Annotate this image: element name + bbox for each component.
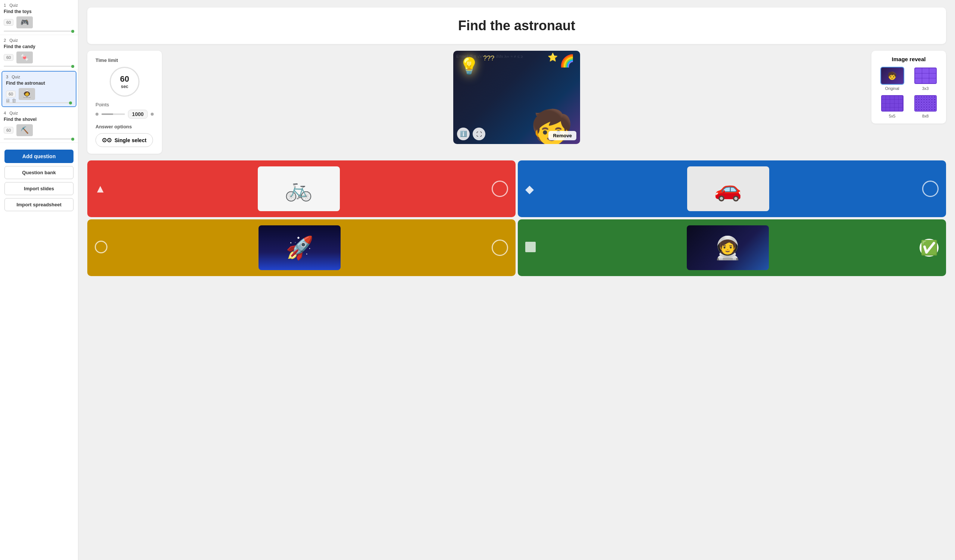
- reveal-3x3-box: [914, 67, 938, 85]
- quiz-item-points-2: 60: [4, 54, 13, 61]
- monitor-icon-3[interactable]: 🖥: [5, 98, 10, 103]
- answer-card-c[interactable]: 🚀: [87, 219, 515, 276]
- question-title: Find the astronaut: [99, 18, 934, 34]
- answer-img-c: 🚀: [286, 235, 314, 261]
- quiz-item-thumb-1: 60 🎮: [4, 16, 74, 28]
- reveal-8x8[interactable]: 8x8: [911, 94, 940, 118]
- answer-options-label: Answer options: [96, 124, 154, 130]
- reveal-8x8-box: [914, 94, 938, 112]
- import-slides-button[interactable]: Import slides: [5, 182, 74, 195]
- question-title-box: Find the astronaut: [87, 8, 946, 44]
- points-slider[interactable]: [102, 113, 125, 115]
- answer-img-wrap-d: 🧑‍🚀: [687, 225, 769, 270]
- single-select-icon: ⊙⊙: [102, 136, 111, 144]
- reveal-5x5[interactable]: 5x5: [877, 94, 907, 118]
- answer-shape-b: ◆: [525, 183, 534, 196]
- image-info-button[interactable]: ℹ️: [457, 128, 470, 140]
- slider-right-dot: [151, 113, 154, 116]
- quiz-item-bar-4: [4, 138, 74, 139]
- reveal-original[interactable]: 🧒 Original: [877, 67, 907, 91]
- main-content: Find the astronaut Time limit 60 sec Poi…: [78, 0, 955, 560]
- answer-empty-circle-a: [492, 181, 508, 197]
- answer-card-d[interactable]: 🧑‍🚀 ✅: [518, 219, 946, 276]
- reveal-5x5-label: 5x5: [889, 114, 896, 118]
- reveal-5x5-img: [881, 95, 903, 111]
- quiz-item-title-3: Find the astronaut: [6, 81, 72, 86]
- reveal-3x3-label: 3x3: [922, 86, 929, 91]
- answer-shape-a: ▲: [95, 183, 106, 195]
- image-overlay-buttons: ℹ️ ⛶: [457, 128, 485, 140]
- config-panel: Time limit 60 sec Points 1000 Answer opt…: [87, 51, 162, 154]
- points-label: Points: [96, 102, 154, 108]
- image-reveal-panel: Image reveal 🧒 Original: [872, 51, 946, 124]
- question-bank-button[interactable]: Question bank: [5, 166, 74, 179]
- quiz-item-header-2: 2 Quiz: [4, 38, 74, 42]
- quiz-item-header-1: 1 Quiz: [4, 3, 74, 8]
- image-center-panel: 💡 🌈 ⭐ ??? 🧒 E=mc² ∫∑π √x² F=ma ∂/∂x λ∞ ≈…: [169, 51, 864, 144]
- sidebar-quiz-item-1[interactable]: 1 Quiz Find the toys 60 🎮: [0, 0, 78, 35]
- quiz-item-img-2: 🍬: [16, 52, 33, 63]
- answer-shape-c: [95, 241, 108, 255]
- answer-img-d: 🧑‍🚀: [714, 235, 742, 261]
- answer-shape-d: [525, 242, 536, 254]
- answer-empty-circle-c: [492, 239, 508, 256]
- quiz-item-bar-fill-1: [71, 30, 74, 33]
- import-spreadsheet-button[interactable]: Import spreadsheet: [5, 198, 74, 211]
- quiz-item-points-3: 60: [6, 91, 16, 97]
- reveal-grid: 🧒 Original 3x3: [877, 67, 940, 118]
- quiz-item-header-3: 3 Quiz: [6, 75, 72, 79]
- points-value: 1000: [128, 109, 148, 119]
- reveal-5x5-box: [880, 94, 904, 112]
- time-circle: 60 sec: [110, 67, 139, 97]
- remove-image-button[interactable]: Remove: [548, 131, 576, 140]
- quiz-item-bar-2: [4, 66, 74, 67]
- answer-empty-circle-b: [922, 181, 939, 197]
- quiz-item-img-3: 🧑‍🚀: [19, 88, 35, 100]
- quiz-item-img-1: 🎮: [16, 16, 33, 28]
- answer-img-a: 🚲: [285, 176, 313, 202]
- points-row: 1000: [96, 109, 154, 119]
- reveal-8x8-img: [914, 95, 937, 111]
- image-expand-button[interactable]: ⛶: [473, 128, 485, 140]
- reveal-original-img: 🧒: [881, 67, 903, 84]
- reveal-3x3-img: [914, 67, 937, 84]
- quiz-item-bar-fill-2: [71, 65, 74, 68]
- single-select-label: Single select: [114, 137, 147, 143]
- sidebar-item-icons-3: 🖥 🗑: [5, 98, 16, 103]
- quiz-item-bar-1: [4, 31, 74, 32]
- sidebar-quiz-item-4[interactable]: 4 Quiz Find the shovel 60 ⛏️: [0, 108, 78, 143]
- quiz-item-title-1: Find the toys: [4, 9, 74, 14]
- slider-left-dot: [96, 113, 99, 116]
- quiz-item-points-1: 60: [4, 19, 13, 26]
- quiz-item-title-4: Find the shovel: [4, 117, 74, 122]
- reveal-8x8-label: 8x8: [922, 114, 929, 118]
- add-question-button[interactable]: Add question: [5, 150, 74, 163]
- answer-img-wrap-a: 🚲: [258, 166, 340, 211]
- quiz-item-thumb-4: 60 ⛏️: [4, 124, 74, 136]
- time-limit-label: Time limit: [96, 58, 154, 63]
- question-image-wrap: 💡 🌈 ⭐ ??? 🧒 E=mc² ∫∑π √x² F=ma ∂/∂x λ∞ ≈…: [453, 51, 580, 144]
- quiz-item-bar-fill-3: [69, 102, 72, 105]
- answer-img-wrap-c: 🚀: [258, 225, 341, 270]
- sidebar-buttons: Add question Question bank Import slides…: [0, 146, 78, 215]
- quiz-item-points-4: 60: [4, 127, 13, 134]
- answer-img-b: 🚗: [714, 176, 742, 202]
- reveal-3x3[interactable]: 3x3: [911, 67, 940, 91]
- quiz-item-header-4: 4 Quiz: [4, 111, 74, 115]
- reveal-original-box: 🧒: [880, 67, 904, 85]
- quiz-item-title-2: Find the candy: [4, 44, 74, 49]
- time-value: 60: [120, 74, 129, 84]
- sidebar-quiz-item-2[interactable]: 2 Quiz Find the candy 60 🍬: [0, 35, 78, 70]
- quiz-item-bar-fill-4: [71, 138, 74, 141]
- sidebar-quiz-item-3[interactable]: 3 Quiz Find the astronaut 60 🧑‍🚀 🖥 🗑: [2, 71, 77, 107]
- config-row: Time limit 60 sec Points 1000 Answer opt…: [87, 51, 946, 154]
- answer-grid: ▲ 🚲 ◆ 🚗 🚀 🧑‍🚀 ✅: [87, 160, 946, 276]
- trash-icon-3[interactable]: 🗑: [12, 98, 16, 103]
- answer-correct-check-d: ✅: [919, 239, 939, 257]
- time-unit: sec: [121, 84, 128, 89]
- single-select-button[interactable]: ⊙⊙ Single select: [96, 133, 153, 147]
- answer-img-wrap-b: 🚗: [687, 166, 769, 211]
- quiz-item-img-4: ⛏️: [16, 124, 33, 136]
- answer-card-a[interactable]: ▲ 🚲: [87, 160, 515, 217]
- answer-card-b[interactable]: ◆ 🚗: [518, 160, 946, 217]
